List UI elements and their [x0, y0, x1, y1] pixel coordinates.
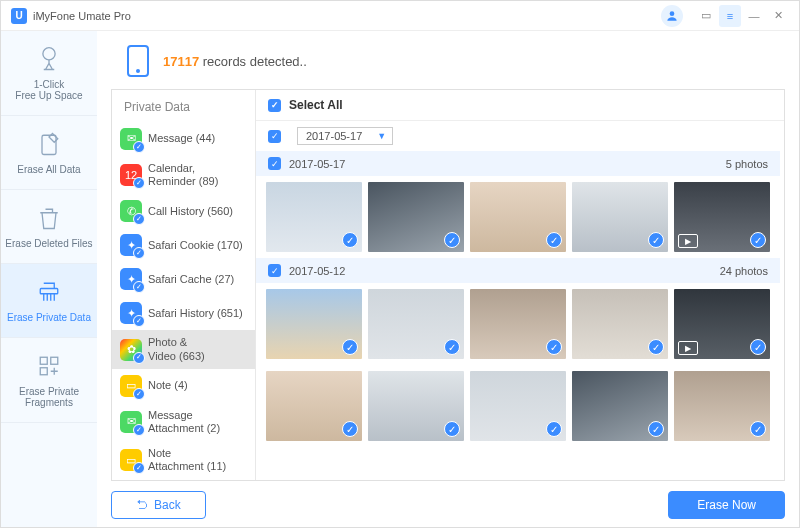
back-label: Back: [154, 498, 181, 512]
photo-thumbnail[interactable]: ✓: [266, 182, 362, 252]
category-item[interactable]: ✉Message (44): [112, 122, 255, 156]
category-label: Safari History (651): [148, 307, 243, 320]
date-select[interactable]: 2017-05-17 ▼: [297, 127, 393, 145]
checkbox-icon[interactable]: ✓: [268, 130, 281, 143]
category-item[interactable]: ✦Safari Cookie (170): [112, 228, 255, 262]
titlebar: U iMyFone Umate Pro ▭ ≡ — ✕: [1, 1, 799, 31]
date-group-header[interactable]: ✓2017-05-1224 photos: [256, 258, 780, 283]
sidebar-item-eraseprivate[interactable]: Erase Private Data: [1, 264, 97, 338]
phone-icon: [127, 45, 149, 77]
select-all-row[interactable]: ✓ Select All: [256, 90, 784, 121]
category-item[interactable]: 12Calendar, Reminder (89): [112, 156, 255, 194]
photo-thumbnail[interactable]: ✓: [470, 182, 566, 252]
thumbnail-check-icon[interactable]: ✓: [750, 421, 766, 437]
thumbnail-check-icon[interactable]: ✓: [648, 339, 664, 355]
thumbnail-check-icon[interactable]: ✓: [342, 421, 358, 437]
photo-thumbnail[interactable]: ▶✓: [674, 289, 770, 359]
photo-thumbnail[interactable]: ▶✓: [674, 182, 770, 252]
broom-icon: [5, 45, 93, 73]
thumbnail-check-icon[interactable]: ✓: [648, 421, 664, 437]
thumbnail-check-icon[interactable]: ✓: [444, 421, 460, 437]
sidebar-item-erasefragments[interactable]: Erase Private Fragments: [1, 338, 97, 423]
category-item[interactable]: ✿Photo & Video (663): [112, 330, 255, 368]
category-item[interactable]: ✦Safari Cache (27): [112, 262, 255, 296]
svg-rect-6: [40, 368, 47, 375]
category-item[interactable]: ✉Message Attachment (2): [112, 403, 255, 441]
erase-label: Erase Now: [697, 498, 756, 512]
svg-rect-5: [51, 357, 58, 364]
checkbox-icon[interactable]: ✓: [268, 264, 281, 277]
photo-thumbnail[interactable]: ✓: [368, 371, 464, 441]
sidebar-item-label: Erase Deleted Files: [5, 238, 93, 249]
trash-icon: [5, 204, 93, 232]
thumbnail-check-icon[interactable]: ✓: [444, 232, 460, 248]
category-item[interactable]: ▭Note (4): [112, 369, 255, 403]
category-item[interactable]: ✦Safari History (651): [112, 296, 255, 330]
sidebar-item-freeup[interactable]: 1-Click Free Up Space: [1, 31, 97, 116]
group-date: 2017-05-12: [289, 265, 345, 277]
photo-thumbnail[interactable]: ✓: [674, 371, 770, 441]
category-label: Message Attachment (2): [148, 409, 220, 435]
sidebar-item-label: Erase All Data: [5, 164, 93, 175]
records-count: 17117: [163, 54, 199, 69]
thumbnail-check-icon[interactable]: ✓: [648, 232, 664, 248]
category-icon: ✉: [120, 128, 142, 150]
thumbnail-check-icon[interactable]: ✓: [546, 421, 562, 437]
sidebar-item-erasedeleted[interactable]: Erase Deleted Files: [1, 190, 97, 264]
svg-rect-2: [42, 135, 56, 154]
eraser-icon: [5, 130, 93, 158]
video-indicator-icon: ▶: [678, 234, 698, 248]
photo-thumbnail[interactable]: ✓: [368, 182, 464, 252]
category-icon: 12: [120, 164, 142, 186]
checkbox-icon[interactable]: ✓: [268, 157, 281, 170]
photo-thumbnail[interactable]: ✓: [470, 289, 566, 359]
user-avatar[interactable]: [661, 5, 683, 27]
category-icon: ✦: [120, 302, 142, 324]
sidebar-item-eraseall[interactable]: Erase All Data: [1, 116, 97, 190]
thumbnail-check-icon[interactable]: ✓: [444, 339, 460, 355]
thumbnail-check-icon[interactable]: ✓: [546, 339, 562, 355]
group-count: 24 photos: [720, 265, 768, 277]
category-icon: ✦: [120, 268, 142, 290]
date-group-header[interactable]: ✓2017-05-175 photos: [256, 151, 780, 176]
category-list: Private Data ✉Message (44)12Calendar, Re…: [112, 90, 256, 480]
erase-now-button[interactable]: Erase Now: [668, 491, 785, 519]
category-icon: ✿: [120, 339, 142, 361]
photo-thumbnail[interactable]: ✓: [470, 371, 566, 441]
category-icon: ✦: [120, 234, 142, 256]
photo-thumbnail[interactable]: ✓: [266, 289, 362, 359]
minimize-icon[interactable]: —: [743, 5, 765, 27]
category-label: Call History (560): [148, 205, 233, 218]
category-label: Safari Cookie (170): [148, 239, 243, 252]
category-label: Safari Cache (27): [148, 273, 234, 286]
thumbnail-check-icon[interactable]: ✓: [342, 339, 358, 355]
app-title: iMyFone Umate Pro: [33, 10, 131, 22]
menu-icon[interactable]: ≡: [719, 5, 741, 27]
category-icon: ▭: [120, 375, 142, 397]
feedback-icon[interactable]: ▭: [695, 5, 717, 27]
thumbnail-check-icon[interactable]: ✓: [342, 232, 358, 248]
video-indicator-icon: ▶: [678, 341, 698, 355]
photo-thumbnail[interactable]: ✓: [572, 182, 668, 252]
checkbox-icon[interactable]: ✓: [268, 99, 281, 112]
photo-thumbnail[interactable]: ✓: [368, 289, 464, 359]
sidebar-item-label: Erase Private Fragments: [5, 386, 93, 408]
back-button[interactable]: ⮌ Back: [111, 491, 206, 519]
group-count: 5 photos: [726, 158, 768, 170]
svg-rect-4: [40, 357, 47, 364]
group-date: 2017-05-17: [289, 158, 345, 170]
photo-scroll-area[interactable]: ✓2017-05-175 photos✓✓✓✓▶✓✓2017-05-1224 p…: [256, 151, 784, 480]
date-filter-row: ✓ 2017-05-17 ▼: [256, 121, 784, 151]
category-item[interactable]: ▭Note Attachment (11): [112, 441, 255, 479]
category-title: Private Data: [112, 90, 255, 122]
close-icon[interactable]: ✕: [767, 5, 789, 27]
thumbnail-check-icon[interactable]: ✓: [750, 339, 766, 355]
thumbnail-check-icon[interactable]: ✓: [750, 232, 766, 248]
app-logo: U: [11, 8, 27, 24]
thumbnail-check-icon[interactable]: ✓: [546, 232, 562, 248]
photo-thumbnail[interactable]: ✓: [572, 289, 668, 359]
photo-thumbnail[interactable]: ✓: [266, 371, 362, 441]
photo-thumbnail[interactable]: ✓: [572, 371, 668, 441]
category-item[interactable]: ✆Call History (560): [112, 194, 255, 228]
records-suffix: records detected..: [199, 54, 307, 69]
